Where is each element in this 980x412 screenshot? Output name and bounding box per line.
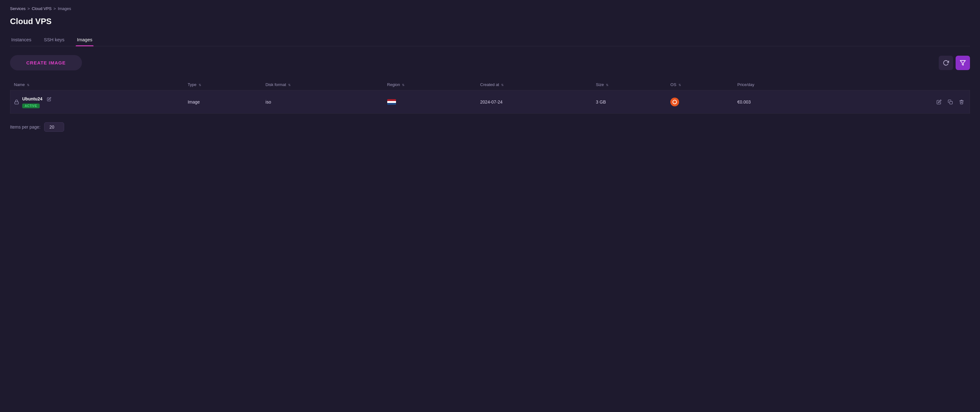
pencil-icon [47,97,51,101]
pagination-row: Items per page: [10,122,970,132]
toolbar: CREATE IMAGE [10,55,970,70]
tab-instances[interactable]: Instances [10,34,33,46]
col-region: Region ⇅ [383,79,476,91]
delete-row-button[interactable] [957,98,966,106]
breadcrumb: Services > Cloud VPS > Images [10,6,970,11]
row-name: Ubuntu24 [22,96,43,101]
tab-ssh-keys[interactable]: SSH keys [43,34,66,46]
cell-os [667,91,733,114]
svg-rect-1 [15,102,19,104]
col-created-at: Created at ⇅ [476,79,592,91]
refresh-button[interactable] [939,56,953,70]
col-name: Name ⇅ [10,79,184,91]
table-header-row: Name ⇅ Type ⇅ Disk format ⇅ Region ⇅ Cre… [10,79,970,91]
breadcrumb-cloud-vps[interactable]: Cloud VPS [32,6,52,11]
col-os: OS ⇅ [667,79,733,91]
sort-disk-icon[interactable]: ⇅ [288,83,291,87]
copy-row-button[interactable] [946,98,955,106]
cell-size: 3 GB [592,91,667,114]
create-image-button[interactable]: CREATE IMAGE [10,55,82,70]
breadcrumb-sep1: > [27,6,30,11]
cell-disk-format: iso [262,91,383,114]
col-price-day: Price/day [733,79,824,91]
images-table: Name ⇅ Type ⇅ Disk format ⇅ Region ⇅ Cre… [10,79,970,114]
sort-created-icon[interactable]: ⇅ [501,83,504,87]
edit-row-button[interactable] [935,98,943,106]
filter-button[interactable] [956,56,970,70]
col-size: Size ⇅ [592,79,667,91]
cell-type: Image [184,91,262,114]
col-disk-format: Disk format ⇅ [262,79,383,91]
lock-icon [14,99,19,105]
cell-region [383,91,476,114]
toolbar-right [939,56,970,70]
cell-name: Ubuntu24 ACTIVE [10,91,184,114]
copy-icon [948,99,953,105]
page-title: Cloud VPS [10,17,970,26]
trash-icon [959,99,964,105]
inline-edit-button[interactable] [45,95,53,102]
ubuntu-os-icon [670,98,679,107]
region-flag-nl [387,99,396,105]
filter-icon [960,60,966,66]
col-type: Type ⇅ [184,79,262,91]
items-per-page-input[interactable] [44,122,64,132]
sort-name-icon[interactable]: ⇅ [27,83,29,87]
sort-type-icon[interactable]: ⇅ [199,83,201,87]
breadcrumb-services[interactable]: Services [10,6,25,11]
status-badge: ACTIVE [22,103,40,108]
table-row: Ubuntu24 ACTIVE [10,91,970,114]
breadcrumb-sep2: > [54,6,56,11]
tab-images[interactable]: Images [76,34,94,46]
tabs-container: Instances SSH keys Images [10,34,970,46]
refresh-icon [943,60,949,66]
svg-marker-0 [960,60,966,65]
breadcrumb-current: Images [58,6,71,11]
sort-os-icon[interactable]: ⇅ [678,83,681,87]
cell-actions [825,91,970,114]
col-actions [825,79,970,91]
svg-rect-2 [950,101,953,104]
items-per-page-label: Items per page: [10,124,40,129]
cell-created-at: 2024-07-24 [476,91,592,114]
edit-icon [937,99,942,105]
sort-size-icon[interactable]: ⇅ [606,83,608,87]
sort-region-icon[interactable]: ⇅ [402,83,404,87]
cell-price-day: €0.003 [733,91,824,114]
